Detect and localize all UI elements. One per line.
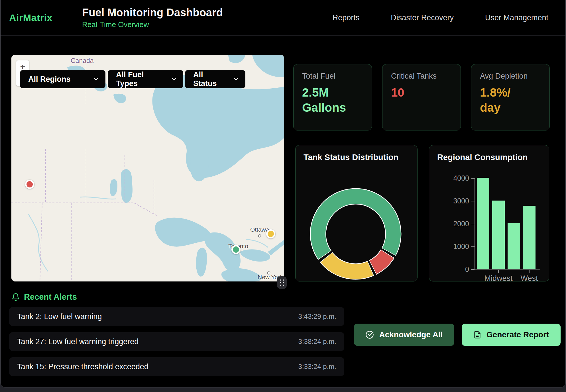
panel-drag-handle[interactable] bbox=[277, 276, 287, 289]
alert-timestamp: 3:43:29 p.m. bbox=[298, 313, 336, 320]
tank-marker-normal[interactable] bbox=[231, 245, 241, 254]
y-axis-tick-label: 0 bbox=[438, 265, 469, 273]
bar-1 bbox=[492, 201, 505, 269]
y-axis-tick-mark bbox=[471, 178, 475, 179]
stat-card-avg-depletion: Avg Depletion 1.8%/ day bbox=[471, 64, 550, 130]
recent-alerts-title: Recent Alerts bbox=[24, 292, 77, 302]
bar-chart-title: Regional Consumption bbox=[437, 153, 528, 162]
check-circle-icon bbox=[365, 330, 374, 339]
page-subtitle: Real-Time Overview bbox=[82, 20, 223, 29]
stat-label: Total Fuel bbox=[302, 72, 363, 81]
main-nav: Reports Disaster Recovery User Managemen… bbox=[333, 13, 548, 22]
app-header: AirMatrix Fuel Monitoring Dashboard Real… bbox=[1, 0, 565, 36]
recent-alerts-header: Recent Alerts bbox=[11, 292, 77, 302]
stat-card-total-fuel: Total Fuel 2.5M Gallons bbox=[293, 64, 372, 130]
title-block: Fuel Monitoring Dashboard Real-Time Over… bbox=[82, 7, 223, 29]
bell-icon bbox=[11, 293, 20, 302]
x-axis-tick-mark bbox=[529, 270, 530, 273]
fuel-type-filter-dropdown[interactable]: All Fuel Types bbox=[108, 70, 183, 88]
stat-card-critical-tanks: Critical Tanks 10 bbox=[382, 64, 461, 130]
chevron-down-icon bbox=[170, 76, 177, 83]
stat-value-avg-depletion: 1.8%/ day bbox=[480, 85, 541, 115]
status-filter-label: All Status bbox=[193, 70, 227, 88]
chevron-down-icon bbox=[233, 76, 239, 83]
alert-message: Tank 27: Low fuel warning triggered bbox=[17, 337, 139, 346]
tank-marker-warning[interactable] bbox=[266, 229, 275, 238]
nav-user-management[interactable]: User Management bbox=[485, 13, 548, 22]
donut-segment-green bbox=[318, 196, 393, 255]
y-axis-tick-mark bbox=[471, 201, 475, 201]
acknowledge-all-button[interactable]: Acknowledge All bbox=[354, 324, 454, 346]
fuel-type-filter-label: All Fuel Types bbox=[116, 70, 165, 88]
region-filter-label: All Regions bbox=[28, 75, 71, 84]
map-label-canada: Canada bbox=[71, 57, 94, 65]
regional-consumption-card: Regional Consumption 01000200030004000Mi… bbox=[429, 145, 549, 281]
y-axis-tick-mark bbox=[471, 224, 475, 224]
tank-status-distribution-card: Tank Status Distribution bbox=[295, 145, 418, 281]
regional-consumption-bar-chart bbox=[475, 178, 540, 270]
tank-status-donut-chart bbox=[309, 187, 403, 281]
generate-report-button[interactable]: Generate Report bbox=[462, 324, 561, 346]
ottawa-city-dot bbox=[258, 235, 261, 237]
alert-message: Tank 2: Low fuel warning bbox=[17, 312, 102, 321]
y-axis-tick-label: 3000 bbox=[438, 197, 469, 205]
status-filter-dropdown[interactable]: All Status bbox=[185, 70, 245, 88]
region-filter-dropdown[interactable]: All Regions bbox=[20, 70, 105, 88]
donut-segment-yellow bbox=[326, 258, 370, 271]
donut-chart-title: Tank Status Distribution bbox=[304, 153, 398, 162]
kpi-row: Total Fuel 2.5M Gallons Critical Tanks 1… bbox=[293, 64, 550, 130]
generate-report-label: Generate Report bbox=[486, 330, 549, 339]
alert-row[interactable]: Tank 2: Low fuel warning 3:43:29 p.m. bbox=[9, 307, 344, 326]
y-axis-tick-mark bbox=[471, 246, 475, 247]
nav-disaster-recovery[interactable]: Disaster Recovery bbox=[391, 13, 454, 22]
dashboard-panel: AirMatrix Fuel Monitoring Dashboard Real… bbox=[0, 0, 566, 387]
bar-3 bbox=[523, 206, 536, 269]
y-axis-tick-label: 2000 bbox=[438, 220, 469, 228]
brand-logo: AirMatrix bbox=[9, 12, 72, 23]
x-axis-tick-label: West bbox=[509, 274, 549, 283]
stat-label: Critical Tanks bbox=[391, 72, 452, 81]
stat-value-total-fuel: 2.5M Gallons bbox=[302, 85, 363, 115]
alert-message: Tank 15: Pressure threshold exceeded bbox=[17, 362, 148, 371]
alert-timestamp: 3:38:24 p.m. bbox=[298, 338, 336, 346]
chevron-down-icon bbox=[93, 76, 99, 83]
acknowledge-all-label: Acknowledge All bbox=[379, 330, 443, 339]
fuel-monitoring-dashboard: AirMatrix Fuel Monitoring Dashboard Real… bbox=[0, 0, 566, 392]
alert-row[interactable]: Tank 27: Low fuel warning triggered 3:38… bbox=[9, 332, 344, 351]
page-title: Fuel Monitoring Dashboard bbox=[82, 7, 223, 19]
alert-row[interactable]: Tank 15: Pressure threshold exceeded 3:3… bbox=[9, 357, 344, 376]
tank-marker-critical[interactable] bbox=[25, 180, 34, 189]
x-axis-tick-mark bbox=[498, 270, 499, 273]
tank-map[interactable]: Canada Ottawa Toronto New York + − All R… bbox=[11, 55, 284, 281]
grip-dots-icon bbox=[280, 279, 284, 286]
report-document-icon bbox=[473, 330, 481, 339]
bar-2 bbox=[508, 223, 520, 269]
alerts-list: Tank 2: Low fuel warning 3:43:29 p.m. Ta… bbox=[9, 307, 344, 382]
stat-label: Avg Depletion bbox=[480, 72, 541, 81]
alert-timestamp: 3:33:24 p.m. bbox=[298, 363, 336, 371]
y-axis-tick-label: 4000 bbox=[438, 174, 469, 182]
y-axis-tick-mark bbox=[471, 269, 475, 270]
nav-reports[interactable]: Reports bbox=[333, 13, 360, 22]
stat-value-critical-tanks: 10 bbox=[391, 85, 452, 100]
bar-0 bbox=[477, 178, 489, 269]
y-axis-tick-label: 1000 bbox=[438, 242, 469, 251]
